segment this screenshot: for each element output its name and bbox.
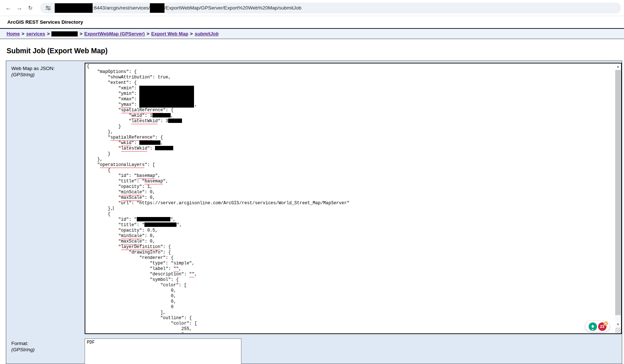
scrollbar-up-icon[interactable]: ▲ [615, 63, 621, 70]
breadcrumb-submitjob-link[interactable]: submitJob [195, 31, 219, 36]
breadcrumb-home-link[interactable]: Home [7, 31, 20, 36]
site-header-title: ArcGIS REST Services Directory [7, 19, 83, 25]
breadcrumb-separator: > [22, 31, 24, 36]
breadcrumb: Home > services > > ExportWebMap (GPServ… [0, 28, 624, 39]
site-header: ArcGIS REST Services Directory [0, 16, 624, 28]
breadcrumb-exportwebmap-link[interactable]: ExportWebMap (GPServer) [84, 31, 145, 36]
webmap-json-textarea[interactable]: { "mapOptions": { "showAttribution": tru… [87, 64, 614, 333]
extension-overlay: ◆ 23 + [585, 321, 609, 332]
webmap-json-label-text: Web Map as JSON: [11, 65, 55, 71]
page-title: Submit Job (Export Web Map) [7, 47, 108, 55]
breadcrumb-export-web-map-link[interactable]: Export Web Map [151, 31, 188, 36]
back-icon[interactable]: ← [3, 3, 14, 13]
submit-job-form: Web Map as JSON: (GPString) { "mapOption… [6, 61, 622, 364]
webmap-json-label: Web Map as JSON: (GPString) [11, 65, 55, 78]
webmap-json-type: (GPString) [11, 71, 55, 78]
scrollbar-down-icon[interactable]: ▼ [615, 321, 621, 328]
format-type: (GPString) [11, 346, 35, 353]
url-redaction-host [55, 3, 93, 13]
breadcrumb-separator: > [47, 31, 50, 36]
site-settings-icon[interactable] [45, 5, 51, 11]
scrollbar-thumb[interactable] [615, 70, 621, 315]
reload-icon[interactable]: ↻ [25, 3, 36, 13]
breadcrumb-separator: > [190, 31, 193, 36]
breadcrumb-redacted-item [51, 31, 78, 36]
forward-icon[interactable]: → [14, 3, 25, 13]
plus-badge-icon: + [604, 321, 608, 326]
breadcrumb-services-link[interactable]: services [26, 31, 45, 36]
counter-extension-icon[interactable]: 23 + [598, 322, 606, 331]
editor-scrollbar[interactable]: ▲ ▼ [615, 63, 621, 333]
format-value: PDF [87, 340, 95, 345]
format-label: Format: (GPString) [11, 340, 35, 353]
textarea-resize-grip[interactable] [615, 328, 621, 333]
bulb-glyph-icon: ◆ [591, 324, 594, 329]
format-label-text: Format: [11, 340, 35, 346]
bulb-stem [592, 329, 594, 330]
breadcrumb-separator: > [147, 31, 150, 36]
url-text-suffix: /ExportWebMap/GPServer/Export%20Web%20Ma… [164, 5, 301, 11]
extension-count: 23 [600, 324, 604, 329]
webmap-json-editor: { "mapOptions": { "showAttribution": tru… [85, 63, 622, 334]
breadcrumb-separator: > [80, 31, 82, 36]
url-text-prefix: :6443/arcgis/rest/services/ [93, 5, 150, 11]
url-redaction-folder [150, 3, 164, 13]
browser-toolbar: ← → ↻ :6443/arcgis/rest/services/ /Expor… [0, 0, 624, 16]
address-bar[interactable]: :6443/arcgis/rest/services/ /ExportWebMa… [40, 3, 621, 13]
format-textarea[interactable]: PDF [85, 338, 241, 364]
lightbulb-extension-icon[interactable]: ◆ [589, 322, 597, 331]
